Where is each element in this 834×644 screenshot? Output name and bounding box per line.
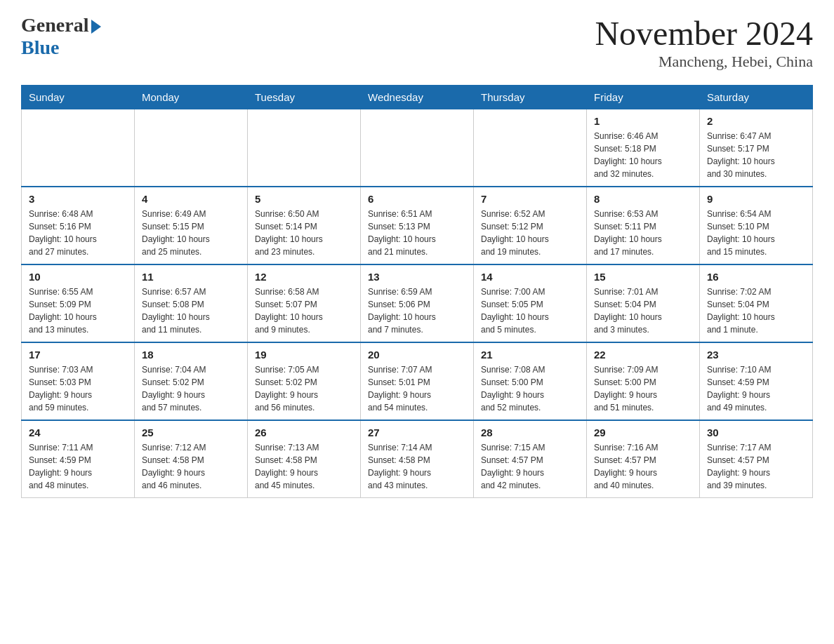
day-number: 17 xyxy=(29,349,127,361)
calendar-cell: 12Sunrise: 6:58 AM Sunset: 5:07 PM Dayli… xyxy=(248,264,361,342)
day-number: 29 xyxy=(594,427,692,438)
day-number: 15 xyxy=(594,271,692,283)
calendar-cell: 25Sunrise: 7:12 AM Sunset: 4:58 PM Dayli… xyxy=(135,420,248,498)
day-info: Sunrise: 6:49 AM Sunset: 5:15 PM Dayligh… xyxy=(142,208,240,258)
header-saturday: Saturday xyxy=(700,86,813,109)
day-number: 11 xyxy=(142,271,240,283)
day-info: Sunrise: 7:02 AM Sunset: 5:04 PM Dayligh… xyxy=(707,286,805,336)
day-number: 26 xyxy=(255,427,353,438)
week-row-2: 3Sunrise: 6:48 AM Sunset: 5:16 PM Daylig… xyxy=(22,187,813,264)
week-row-1: 1Sunrise: 6:46 AM Sunset: 5:18 PM Daylig… xyxy=(22,109,813,187)
day-number: 3 xyxy=(29,193,127,205)
day-info: Sunrise: 7:16 AM Sunset: 4:57 PM Dayligh… xyxy=(594,441,692,492)
day-info: Sunrise: 6:54 AM Sunset: 5:10 PM Dayligh… xyxy=(707,208,805,258)
day-info: Sunrise: 7:11 AM Sunset: 4:59 PM Dayligh… xyxy=(29,441,127,492)
day-number: 7 xyxy=(481,193,579,205)
calendar-cell xyxy=(248,109,361,187)
day-info: Sunrise: 7:07 AM Sunset: 5:01 PM Dayligh… xyxy=(368,363,466,414)
day-info: Sunrise: 6:46 AM Sunset: 5:18 PM Dayligh… xyxy=(594,130,692,180)
day-info: Sunrise: 7:04 AM Sunset: 5:02 PM Dayligh… xyxy=(142,363,240,414)
calendar-cell: 22Sunrise: 7:09 AM Sunset: 5:00 PM Dayli… xyxy=(587,342,700,420)
day-info: Sunrise: 7:00 AM Sunset: 5:05 PM Dayligh… xyxy=(481,286,579,336)
day-number: 2 xyxy=(707,115,805,127)
day-info: Sunrise: 7:14 AM Sunset: 4:58 PM Dayligh… xyxy=(368,441,466,492)
day-info: Sunrise: 6:48 AM Sunset: 5:16 PM Dayligh… xyxy=(29,208,127,258)
day-info: Sunrise: 6:53 AM Sunset: 5:11 PM Dayligh… xyxy=(594,208,692,258)
calendar-cell: 7Sunrise: 6:52 AM Sunset: 5:12 PM Daylig… xyxy=(474,187,587,264)
header-monday: Monday xyxy=(135,86,248,109)
day-info: Sunrise: 7:05 AM Sunset: 5:02 PM Dayligh… xyxy=(255,363,353,414)
day-number: 8 xyxy=(594,193,692,205)
calendar-cell: 14Sunrise: 7:00 AM Sunset: 5:05 PM Dayli… xyxy=(474,264,587,342)
week-row-3: 10Sunrise: 6:55 AM Sunset: 5:09 PM Dayli… xyxy=(22,264,813,342)
calendar-cell: 8Sunrise: 6:53 AM Sunset: 5:11 PM Daylig… xyxy=(587,187,700,264)
calendar-cell: 20Sunrise: 7:07 AM Sunset: 5:01 PM Dayli… xyxy=(361,342,474,420)
day-info: Sunrise: 7:12 AM Sunset: 4:58 PM Dayligh… xyxy=(142,441,240,492)
day-info: Sunrise: 6:59 AM Sunset: 5:06 PM Dayligh… xyxy=(368,286,466,336)
calendar-cell: 3Sunrise: 6:48 AM Sunset: 5:16 PM Daylig… xyxy=(22,187,135,264)
header-friday: Friday xyxy=(587,86,700,109)
day-number: 18 xyxy=(142,349,240,361)
day-info: Sunrise: 6:57 AM Sunset: 5:08 PM Dayligh… xyxy=(142,286,240,336)
month-year-title: November 2024 xyxy=(595,14,813,53)
calendar-cell: 21Sunrise: 7:08 AM Sunset: 5:00 PM Dayli… xyxy=(474,342,587,420)
calendar-cell: 17Sunrise: 7:03 AM Sunset: 5:03 PM Dayli… xyxy=(22,342,135,420)
day-number: 13 xyxy=(368,271,466,283)
logo: General Blue xyxy=(21,14,101,59)
day-info: Sunrise: 7:01 AM Sunset: 5:04 PM Dayligh… xyxy=(594,286,692,336)
calendar-cell xyxy=(135,109,248,187)
calendar-cell: 9Sunrise: 6:54 AM Sunset: 5:10 PM Daylig… xyxy=(700,187,813,264)
day-info: Sunrise: 6:58 AM Sunset: 5:07 PM Dayligh… xyxy=(255,286,353,336)
day-number: 4 xyxy=(142,193,240,205)
week-row-5: 24Sunrise: 7:11 AM Sunset: 4:59 PM Dayli… xyxy=(22,420,813,498)
calendar-cell: 5Sunrise: 6:50 AM Sunset: 5:14 PM Daylig… xyxy=(248,187,361,264)
header-tuesday: Tuesday xyxy=(248,86,361,109)
calendar-table: SundayMondayTuesdayWednesdayThursdayFrid… xyxy=(21,85,813,498)
logo-general-text: General xyxy=(21,14,88,36)
header-sunday: Sunday xyxy=(22,86,135,109)
calendar-cell: 15Sunrise: 7:01 AM Sunset: 5:04 PM Dayli… xyxy=(587,264,700,342)
calendar-cell: 23Sunrise: 7:10 AM Sunset: 4:59 PM Dayli… xyxy=(700,342,813,420)
header-thursday: Thursday xyxy=(474,86,587,109)
logo-blue-text: Blue xyxy=(21,36,59,59)
day-number: 10 xyxy=(29,271,127,283)
header-wednesday: Wednesday xyxy=(361,86,474,109)
day-info: Sunrise: 6:55 AM Sunset: 5:09 PM Dayligh… xyxy=(29,286,127,336)
day-number: 22 xyxy=(594,349,692,361)
calendar-cell: 6Sunrise: 6:51 AM Sunset: 5:13 PM Daylig… xyxy=(361,187,474,264)
calendar-cell: 4Sunrise: 6:49 AM Sunset: 5:15 PM Daylig… xyxy=(135,187,248,264)
calendar-cell: 16Sunrise: 7:02 AM Sunset: 5:04 PM Dayli… xyxy=(700,264,813,342)
day-info: Sunrise: 6:47 AM Sunset: 5:17 PM Dayligh… xyxy=(707,130,805,180)
day-number: 12 xyxy=(255,271,353,283)
day-number: 14 xyxy=(481,271,579,283)
calendar-cell: 11Sunrise: 6:57 AM Sunset: 5:08 PM Dayli… xyxy=(135,264,248,342)
day-number: 21 xyxy=(481,349,579,361)
header-row: SundayMondayTuesdayWednesdayThursdayFrid… xyxy=(22,86,813,109)
day-number: 30 xyxy=(707,427,805,438)
calendar-cell: 1Sunrise: 6:46 AM Sunset: 5:18 PM Daylig… xyxy=(587,109,700,187)
calendar-cell: 13Sunrise: 6:59 AM Sunset: 5:06 PM Dayli… xyxy=(361,264,474,342)
header: General Blue November 2024 Mancheng, Heb… xyxy=(21,14,813,71)
day-info: Sunrise: 6:50 AM Sunset: 5:14 PM Dayligh… xyxy=(255,208,353,258)
day-info: Sunrise: 7:15 AM Sunset: 4:57 PM Dayligh… xyxy=(481,441,579,492)
day-info: Sunrise: 7:08 AM Sunset: 5:00 PM Dayligh… xyxy=(481,363,579,414)
day-info: Sunrise: 6:52 AM Sunset: 5:12 PM Dayligh… xyxy=(481,208,579,258)
day-number: 19 xyxy=(255,349,353,361)
calendar-cell: 18Sunrise: 7:04 AM Sunset: 5:02 PM Dayli… xyxy=(135,342,248,420)
day-info: Sunrise: 7:03 AM Sunset: 5:03 PM Dayligh… xyxy=(29,363,127,414)
day-number: 24 xyxy=(29,427,127,438)
day-number: 23 xyxy=(707,349,805,361)
calendar-cell xyxy=(22,109,135,187)
day-number: 25 xyxy=(142,427,240,438)
day-info: Sunrise: 7:13 AM Sunset: 4:58 PM Dayligh… xyxy=(255,441,353,492)
day-number: 20 xyxy=(368,349,466,361)
day-number: 27 xyxy=(368,427,466,438)
calendar-cell: 27Sunrise: 7:14 AM Sunset: 4:58 PM Dayli… xyxy=(361,420,474,498)
calendar-cell: 30Sunrise: 7:17 AM Sunset: 4:57 PM Dayli… xyxy=(700,420,813,498)
calendar-cell: 10Sunrise: 6:55 AM Sunset: 5:09 PM Dayli… xyxy=(22,264,135,342)
calendar-cell xyxy=(474,109,587,187)
calendar-cell xyxy=(361,109,474,187)
location-subtitle: Mancheng, Hebei, China xyxy=(595,53,813,71)
calendar-cell: 2Sunrise: 6:47 AM Sunset: 5:17 PM Daylig… xyxy=(700,109,813,187)
day-number: 5 xyxy=(255,193,353,205)
